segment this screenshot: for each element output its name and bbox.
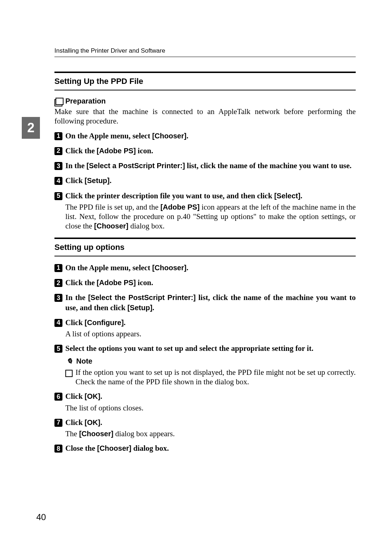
step-row: 3 In the [Select the PostScript Printer:… (54, 293, 356, 313)
step-number-icon: 3 (54, 162, 62, 170)
step-number-icon: 4 (54, 319, 62, 327)
step-number-icon: 1 (54, 132, 62, 140)
running-head-rule (54, 57, 356, 57)
step-followup-text: The [Chooser] dialog box appears. (65, 429, 356, 438)
step-number-icon: 7 (54, 419, 62, 427)
step-row: 4 Click [Configure]. (54, 318, 356, 328)
section-rule (54, 256, 356, 256)
step-row: 1 On the Apple menu, select [Chooser]. (54, 263, 356, 273)
preparation-heading: Preparation (54, 97, 356, 105)
step-text: Click the printer description file you w… (65, 191, 356, 201)
step-text: Click the [Adobe PS] icon. (65, 278, 356, 288)
preparation-label: Preparation (65, 97, 106, 105)
step-number-icon: 5 (54, 192, 62, 200)
step-number-icon: 6 (54, 393, 62, 401)
step-text: In the [Select the PostScript Printer:] … (65, 293, 356, 313)
step-row: 5 Click the printer description file you… (54, 191, 356, 201)
preparation-body: Make sure that the machine is connected … (54, 107, 356, 126)
step-text: Click [Configure]. (65, 318, 356, 328)
note-body: If the option you want to set up is not … (75, 368, 356, 387)
step-number-icon: 2 (54, 147, 62, 155)
chapter-tab: 2 (22, 117, 40, 139)
note-heading: Note (65, 357, 356, 366)
note-bullet: If the option you want to set up is not … (65, 368, 356, 387)
section-rule (54, 90, 356, 90)
preparation-icon (54, 98, 62, 105)
bullet-icon (65, 370, 73, 377)
page: 2 40 Installing the Printer Driver and S… (0, 0, 392, 555)
step-row: 6 Click [OK]. (54, 392, 356, 401)
step-text: Click the [Adobe PS] icon. (65, 146, 356, 156)
step-number-icon: 5 (54, 345, 62, 353)
step-number-icon: 3 (54, 294, 62, 302)
step-followup-text: The PPD file is set up, and the [Adobe P… (65, 202, 356, 231)
step-text: Click [Setup]. (65, 176, 356, 186)
step-text: Select the options you want to set up an… (65, 344, 356, 353)
section-heading: Setting Up the PPD File (54, 77, 356, 86)
note-label: Note (76, 357, 92, 365)
section-rule (54, 72, 356, 73)
section-heading: Setting up options (54, 243, 356, 252)
page-number: 40 (36, 512, 46, 522)
step-number-icon: 8 (54, 445, 62, 453)
step-text: On the Apple menu, select [Chooser]. (65, 263, 356, 273)
step-followup-text: The list of options closes. (65, 403, 356, 413)
step-row: 5 Select the options you want to set up … (54, 344, 356, 353)
section-rule (54, 238, 356, 239)
step-row: 1 On the Apple menu, select [Chooser]. (54, 131, 356, 141)
step-row: 2 Click the [Adobe PS] icon. (54, 146, 356, 156)
step-row: 8 Close the [Chooser] dialog box. (54, 443, 356, 453)
step-number-icon: 4 (54, 177, 62, 185)
step-number-icon: 1 (54, 264, 62, 272)
step-number-icon: 2 (54, 279, 62, 287)
step-followup-text: A list of options appears. (65, 329, 356, 339)
step-text: Click [OK]. (65, 392, 356, 401)
step-row: 2 Click the [Adobe PS] icon. (54, 278, 356, 288)
step-text: On the Apple menu, select [Chooser]. (65, 131, 356, 141)
step-row: 4 Click [Setup]. (54, 176, 356, 186)
step-text: Click [OK]. (65, 418, 356, 428)
running-head: Installing the Printer Driver and Softwa… (54, 47, 356, 54)
step-text: Close the [Chooser] dialog box. (65, 443, 356, 453)
step-text: In the [Select a PostScript Printer:] li… (65, 161, 356, 171)
step-row: 3 In the [Select a PostScript Printer:] … (54, 161, 356, 171)
note-icon (64, 357, 75, 366)
step-row: 7 Click [OK]. (54, 418, 356, 428)
